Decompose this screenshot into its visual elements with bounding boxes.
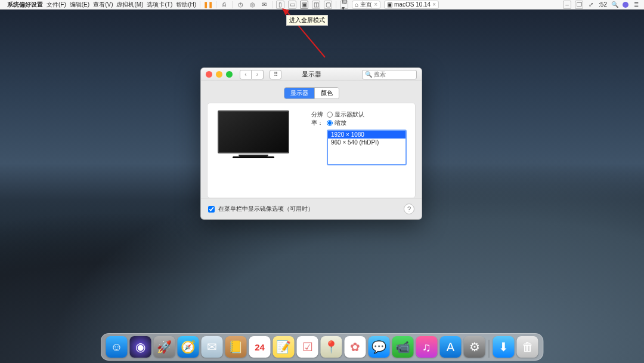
clock-icon[interactable]: ◷: [236, 1, 244, 9]
layout2-icon[interactable]: ▭: [288, 1, 296, 9]
dock-sysprefs[interactable]: ⚙: [464, 336, 485, 358]
dock-mail[interactable]: ✉: [202, 336, 223, 358]
clock-text: :52: [599, 1, 607, 8]
camera-icon[interactable]: ◎: [248, 1, 256, 9]
dock-downloads[interactable]: ⬇: [493, 336, 515, 358]
expand-icon[interactable]: ⤢: [587, 1, 595, 9]
dock-maps[interactable]: 📍: [321, 336, 342, 358]
pause-icon[interactable]: ❚❚: [204, 1, 212, 9]
dock-launchpad[interactable]: 🚀: [154, 336, 175, 358]
search-icon: 🔍: [365, 71, 372, 78]
dock-safari[interactable]: 🧭: [178, 336, 199, 358]
list-icon[interactable]: ≣: [632, 1, 640, 9]
layout3-icon[interactable]: ◫: [312, 1, 320, 9]
resolution-option-1920[interactable]: 1920 × 1080: [328, 131, 405, 139]
tab-home[interactable]: ⌂主页×: [352, 1, 380, 9]
menu-view[interactable]: 查看(V): [93, 1, 113, 9]
printer-icon[interactable]: ⎙: [220, 1, 228, 9]
mirror-checkbox-label: 在菜单栏中显示镜像选项（可用时）: [218, 205, 314, 213]
dock-trash[interactable]: 🗑: [517, 336, 538, 358]
dock-messages[interactable]: 💬: [369, 336, 390, 358]
radio-scaled[interactable]: 缩放: [327, 119, 407, 127]
dock-itunes[interactable]: ♫: [416, 336, 438, 358]
radio-default[interactable]: 显示器默认: [327, 110, 407, 119]
search-icon[interactable]: 🔍: [611, 1, 619, 9]
tab-color[interactable]: 颜色: [314, 88, 339, 99]
menu-help[interactable]: 帮助(H): [176, 1, 196, 9]
app-name[interactable]: 系统偏好设置: [7, 1, 43, 9]
menu-vm[interactable]: 虚拟机(M): [116, 1, 143, 9]
dock-notes[interactable]: 📝: [273, 336, 295, 358]
layout1-icon[interactable]: ▯: [276, 1, 284, 9]
dock-photos[interactable]: ✿: [345, 336, 366, 358]
window-titlebar[interactable]: ‹ › ⠿ 显示器 🔍: [201, 68, 422, 81]
display-dropdown-icon[interactable]: ▧ ▾: [340, 1, 348, 9]
mirror-checkbox[interactable]: [208, 206, 215, 213]
window-footer: 在菜单栏中显示镜像选项（可用时） ?: [201, 198, 422, 219]
dock-facetime[interactable]: 📹: [392, 336, 414, 358]
menu-edit[interactable]: 编辑(E): [70, 1, 89, 9]
resolution-label: 分辨率：: [301, 110, 323, 127]
close-icon[interactable]: ×: [432, 1, 436, 8]
zoom-window-button[interactable]: [226, 71, 233, 78]
monitor-preview: [218, 110, 289, 158]
window-title: 显示器: [302, 70, 321, 79]
dock-reminders[interactable]: ☑: [297, 336, 318, 358]
home-icon: ⌂: [355, 1, 358, 8]
vm-icon: ▣: [387, 1, 392, 8]
search-input[interactable]: [374, 71, 414, 78]
tab-segment: 显示器 颜色: [284, 87, 339, 99]
dock-contacts[interactable]: 📒: [225, 336, 247, 358]
menu-file[interactable]: 文件(F): [47, 1, 66, 9]
resolution-list[interactable]: 1920 × 1080 960 × 540 (HiDPI): [327, 130, 407, 165]
display-pane: 分辨率： 显示器默认 缩放 1920 × 1080 960 × 540 (HiD…: [207, 103, 416, 198]
help-button[interactable]: ?: [404, 204, 414, 214]
fullscreen-icon[interactable]: ▣: [300, 1, 308, 9]
close-window-button[interactable]: [206, 71, 212, 78]
status-indicator-icon[interactable]: [623, 2, 628, 8]
show-all-button[interactable]: ⠿: [270, 70, 281, 79]
minimize-window-button[interactable]: [216, 71, 222, 78]
dock: ☺◉🚀🧭✉📒24📝☑📍✿💬📹♫A⚙⬇🗑: [101, 333, 544, 361]
dock-siri[interactable]: ◉: [130, 336, 151, 358]
dock-calendar[interactable]: 24: [249, 336, 271, 358]
menu-tabs[interactable]: 选项卡(T): [147, 1, 172, 9]
dock-appstore[interactable]: A: [440, 336, 462, 358]
forward-button[interactable]: ›: [252, 70, 264, 79]
resolution-option-960[interactable]: 960 × 540 (HiDPI): [328, 139, 405, 146]
tab-display[interactable]: 显示器: [284, 88, 314, 99]
tab-macos[interactable]: ▣macOS 10.14×: [384, 1, 439, 9]
back-button[interactable]: ‹: [240, 70, 252, 79]
search-field[interactable]: 🔍: [362, 70, 417, 79]
chat-icon[interactable]: ✉: [260, 1, 268, 9]
layout4-icon[interactable]: ▢: [324, 1, 332, 9]
system-preferences-window: ‹ › ⠿ 显示器 🔍 显示器 颜色 分辨率： 显示器默认: [200, 67, 422, 220]
fullscreen-tooltip: 进入全屏模式: [286, 15, 328, 26]
minimize-icon[interactable]: –: [563, 1, 571, 9]
close-icon[interactable]: ×: [374, 1, 377, 8]
dock-finder[interactable]: ☺: [106, 336, 128, 358]
restore-icon[interactable]: ❐: [575, 1, 583, 9]
